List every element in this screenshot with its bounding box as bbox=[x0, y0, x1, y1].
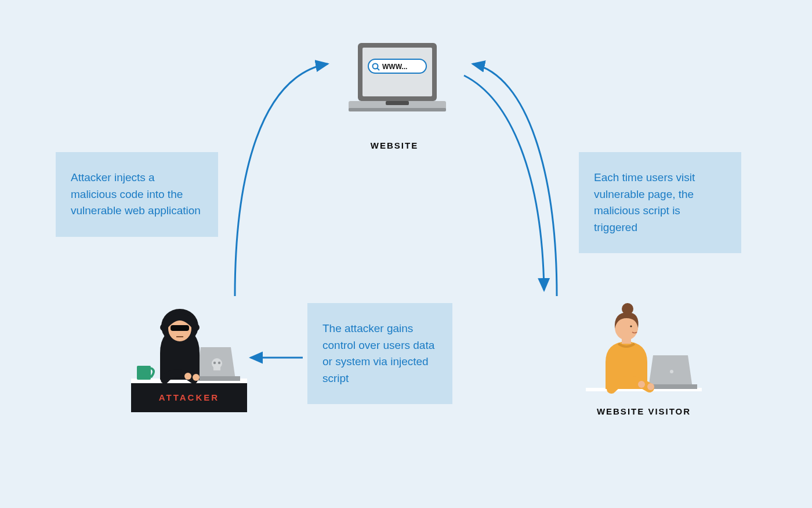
website-label: WEBSITE bbox=[331, 140, 458, 150]
laptop-icon: WWW... bbox=[345, 39, 449, 127]
visitor-label: WEBSITE VISITOR bbox=[580, 406, 708, 416]
step-control-box: The attacker gains control over users da… bbox=[307, 303, 452, 404]
visitor-illustration bbox=[586, 302, 702, 401]
svg-point-19 bbox=[193, 374, 200, 381]
svg-rect-15 bbox=[213, 367, 220, 370]
step-inject-box: Attacker injects a malicious code into t… bbox=[56, 152, 218, 237]
svg-rect-11 bbox=[137, 366, 151, 380]
svg-point-16 bbox=[213, 362, 216, 364]
arrow-visitor-to-website bbox=[473, 64, 557, 296]
svg-point-33 bbox=[633, 326, 638, 331]
step-trigger-box: Each time users visit vulnerable page, t… bbox=[579, 152, 741, 253]
svg-point-29 bbox=[647, 383, 654, 390]
svg-rect-7 bbox=[349, 108, 446, 111]
svg-point-28 bbox=[638, 381, 645, 388]
arrow-website-to-visitor bbox=[464, 75, 544, 290]
xss-diagram: WWW... WEBSITE Attacker injects a malici… bbox=[0, 0, 812, 508]
svg-rect-22 bbox=[171, 325, 189, 331]
svg-point-27 bbox=[670, 370, 673, 373]
arrow-attacker-to-website bbox=[235, 64, 328, 296]
website-node: WWW... bbox=[345, 39, 449, 129]
attacker-node: ATTACKER bbox=[131, 295, 247, 419]
attacker-label: ATTACKER bbox=[131, 392, 247, 402]
svg-point-32 bbox=[622, 303, 633, 315]
svg-point-17 bbox=[218, 362, 220, 364]
svg-point-34 bbox=[630, 325, 632, 327]
url-text: WWW... bbox=[382, 63, 407, 71]
svg-rect-8 bbox=[386, 101, 409, 105]
visitor-node bbox=[586, 302, 702, 403]
svg-point-18 bbox=[184, 373, 191, 380]
